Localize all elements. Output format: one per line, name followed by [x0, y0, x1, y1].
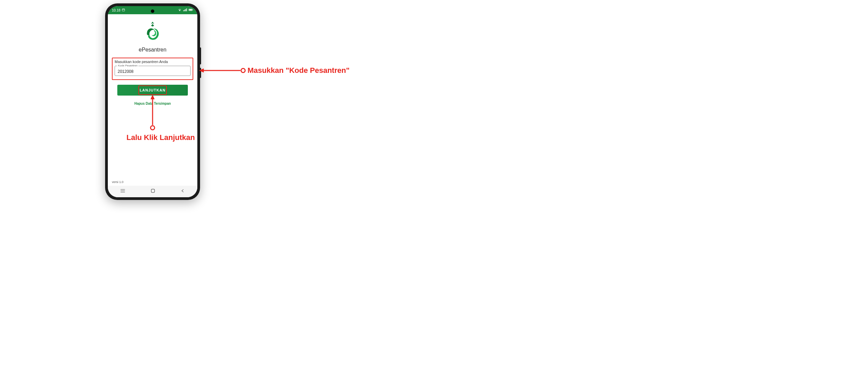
svg-rect-5 [184, 9, 185, 11]
lanjutkan-label: LANJUTKAN [140, 88, 165, 92]
svg-rect-15 [151, 189, 155, 192]
svg-rect-7 [186, 8, 187, 11]
annotation-arrow-button [149, 94, 156, 131]
svg-point-21 [151, 126, 155, 130]
android-nav-bar [108, 186, 197, 197]
input-prompt-label: Masukkan kode pesantren Anda [115, 60, 191, 64]
home-button[interactable] [150, 188, 156, 195]
annotation-input-text: Masukkan "Kode Pesantren" [248, 66, 350, 75]
svg-rect-6 [185, 9, 186, 12]
field-floating-label: Kode Pesantren [117, 64, 138, 67]
annotation-arrow-input [198, 67, 248, 74]
svg-rect-0 [122, 9, 125, 11]
phone-side-button [200, 47, 201, 64]
phone-camera-cutout [151, 9, 154, 13]
input-highlight-box: Masukkan kode pesantren Anda Kode Pesant… [112, 58, 193, 80]
kode-pesantren-input[interactable] [118, 69, 188, 74]
app-logo-icon [140, 20, 165, 45]
battery-icon [189, 8, 193, 12]
annotation-button-text: Lalu Klik Lanjutkan [126, 133, 195, 142]
svg-marker-20 [151, 95, 155, 99]
svg-rect-10 [193, 9, 193, 10]
svg-rect-4 [183, 10, 184, 11]
recent-apps-button[interactable] [120, 188, 125, 195]
app-name-label: ePesantren [108, 47, 197, 53]
signal-icon [183, 8, 187, 12]
kode-pesantren-field-wrapper: Kode Pesantren [115, 66, 191, 76]
calendar-icon [122, 8, 125, 12]
logo-area: ePesantren [108, 14, 197, 56]
svg-rect-9 [189, 9, 192, 10]
status-time: 10.18 [112, 8, 120, 12]
version-label: versi 1.0 [112, 180, 123, 184]
back-button[interactable] [180, 188, 185, 195]
svg-marker-17 [199, 68, 204, 73]
svg-point-18 [241, 68, 245, 73]
wifi-icon [178, 8, 182, 12]
